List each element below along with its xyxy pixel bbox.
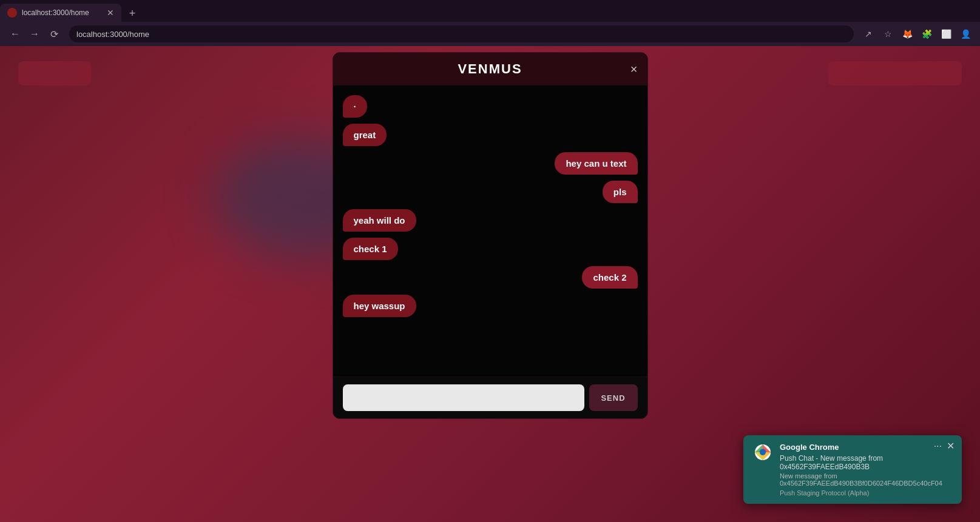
- message-bubble: pls: [603, 181, 638, 203]
- active-tab[interactable]: localhost:3000/home ✕: [0, 4, 121, 22]
- url-bar[interactable]: localhost:3000/home: [69, 25, 854, 42]
- message-input[interactable]: [343, 384, 584, 411]
- modal-header: VENMUS ×: [333, 53, 647, 85]
- chat-modal: VENMUS × ·greathey can u textplsyeah wil…: [333, 52, 648, 419]
- modal-title: VENMUS: [458, 61, 522, 77]
- tab-title: localhost:3000/home: [22, 8, 102, 17]
- back-button[interactable]: ←: [7, 26, 23, 42]
- chrome-notification: Google Chrome Push Chat - New message fr…: [743, 435, 962, 504]
- notification-app-name: Google Chrome: [780, 443, 952, 452]
- browser-actions: ↗ ☆ 🦊 🧩 ⬜ 👤: [861, 27, 973, 41]
- nav-buttons: ← → ⟳: [7, 26, 62, 42]
- browser-chrome: localhost:3000/home ✕ + ← → ⟳ localhost:…: [0, 0, 980, 46]
- send-button[interactable]: SEND: [589, 384, 638, 411]
- address-bar: ← → ⟳ localhost:3000/home ↗ ☆ 🦊 🧩 ⬜ 👤: [0, 22, 980, 46]
- notification-content: Google Chrome Push Chat - New message fr…: [780, 443, 952, 497]
- profile-icon[interactable]: 👤: [958, 27, 973, 41]
- window-icon[interactable]: ⬜: [939, 27, 953, 41]
- share-icon[interactable]: ↗: [861, 27, 876, 41]
- notification-title: Push Chat - New message from 0x4562F39FA…: [780, 454, 952, 471]
- extension-icon-2[interactable]: 🧩: [919, 27, 934, 41]
- notification-close-button[interactable]: ✕: [947, 440, 955, 452]
- message-bubble: ·: [343, 95, 367, 118]
- notification-body: New message from 0x4562F39FAEEdB490B3Bf0…: [780, 472, 952, 487]
- new-tab-button[interactable]: +: [124, 5, 141, 22]
- chat-input-area: SEND: [333, 376, 647, 418]
- svg-point-2: [760, 449, 766, 455]
- message-bubble: hey can u text: [555, 152, 637, 175]
- message-bubble: check 2: [582, 266, 637, 289]
- forward-button[interactable]: →: [27, 26, 42, 42]
- chat-body: ·greathey can u textplsyeah will docheck…: [333, 85, 647, 376]
- chrome-icon: [753, 443, 772, 462]
- tab-bar: localhost:3000/home ✕ +: [0, 0, 980, 22]
- message-bubble: check 1: [343, 238, 398, 260]
- tab-favicon: [7, 8, 17, 18]
- page-background: VENMUS VENMUS × ·greathey can u textplsy…: [0, 46, 980, 522]
- modal-close-button[interactable]: ×: [630, 63, 638, 75]
- notification-actions: ··· ✕: [934, 440, 955, 452]
- notification-more-button[interactable]: ···: [934, 441, 942, 452]
- extension-icon-1[interactable]: 🦊: [900, 27, 914, 41]
- bookmark-icon[interactable]: ☆: [880, 27, 895, 41]
- message-bubble: hey wassup: [343, 295, 416, 317]
- message-bubble: great: [343, 124, 387, 146]
- reload-button[interactable]: ⟳: [46, 26, 62, 42]
- message-bubble: yeah will do: [343, 209, 416, 232]
- url-text: localhost:3000/home: [76, 30, 149, 39]
- tab-close-button[interactable]: ✕: [107, 8, 114, 18]
- notification-sub: Push Staging Protocol (Alpha): [780, 489, 952, 497]
